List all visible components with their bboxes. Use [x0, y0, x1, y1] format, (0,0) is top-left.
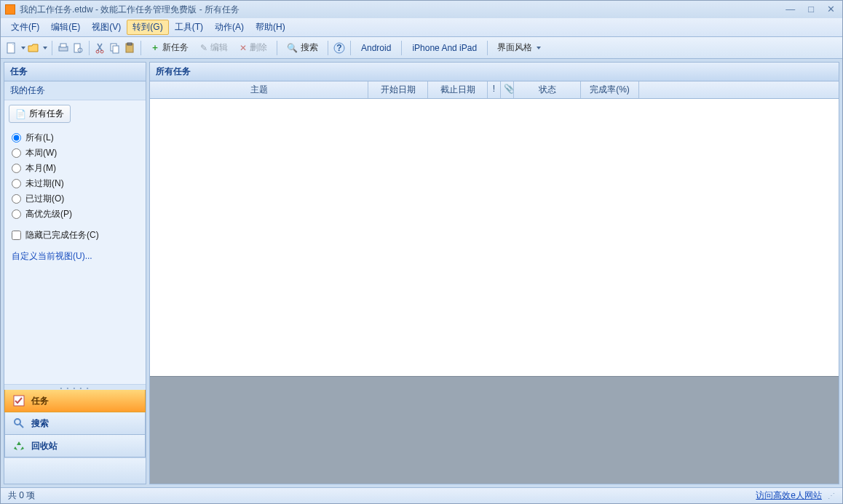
filter-notoverdue[interactable]: 未过期(N) — [12, 176, 138, 191]
svg-rect-10 — [127, 43, 132, 45]
radio-highpriority[interactable] — [12, 209, 21, 219]
iphone-link[interactable]: iPhone And iPad — [406, 41, 483, 55]
svg-rect-2 — [60, 44, 66, 47]
open-dropdown[interactable] — [43, 47, 47, 49]
menu-action[interactable]: 动作(A) — [209, 20, 250, 35]
website-link[interactable]: 访问高效e人网站 — [756, 489, 822, 502]
x-icon: ✕ — [240, 43, 247, 53]
hide-done-checkbox[interactable] — [12, 231, 21, 240]
app-window: 我的工作任务.etdw - 效能工作任务管理免费版 - 所有任务 — □ ✕ 文… — [0, 0, 843, 504]
radio-all[interactable] — [12, 133, 21, 143]
main-panel: 所有任务 主题 开始日期 截止日期 ! 📎 状态 完成率(%) — [149, 62, 839, 484]
menubar: 文件(F) 编辑(E) 视图(V) 转到(G) 工具(T) 动作(A) 帮助(H… — [1, 18, 842, 37]
col-startdate[interactable]: 开始日期 — [368, 81, 428, 98]
maximize-button[interactable]: □ — [805, 4, 817, 15]
radio-overdue[interactable] — [12, 194, 21, 204]
folder-open-icon[interactable] — [27, 41, 40, 55]
menu-file[interactable]: 文件(F) — [5, 20, 45, 35]
filter-month[interactable]: 本月(M) — [12, 161, 138, 176]
hide-done-checkbox-row[interactable]: 隐藏已完成任务(C) — [12, 228, 138, 243]
nav-recycle[interactable]: 回收站 — [4, 435, 146, 457]
statusbar: 共 0 项 访问高效e人网站 ⋰ — [1, 487, 842, 503]
filter-highpriority[interactable]: 高优先级(P) — [12, 207, 138, 222]
body: 任务 我的任务 📄 所有任务 所有(L) 本周(W) 本月(M) 未过期(N) … — [1, 59, 842, 487]
copy-icon[interactable] — [108, 41, 122, 55]
menu-help[interactable]: 帮助(H) — [250, 20, 291, 35]
radio-month[interactable] — [12, 164, 21, 173]
help-icon[interactable]: ? — [333, 41, 346, 55]
plus-icon: ＋ — [151, 41, 159, 54]
sidebar: 任务 我的任务 📄 所有任务 所有(L) 本周(W) 本月(M) 未过期(N) … — [4, 62, 146, 484]
nav-spacer — [4, 457, 146, 484]
column-headers: 主题 开始日期 截止日期 ! 📎 状态 完成率(%) — [150, 81, 839, 99]
paste-icon[interactable] — [123, 41, 136, 55]
titlebar: 我的工作任务.etdw - 效能工作任务管理免费版 - 所有任务 — □ ✕ — [1, 1, 842, 18]
svg-text:?: ? — [336, 43, 341, 53]
app-icon — [5, 4, 15, 15]
menu-view[interactable]: 视图(V) — [86, 20, 127, 35]
edit-task-button[interactable]: ✎ 编辑 — [195, 39, 233, 56]
svg-line-15 — [20, 424, 23, 428]
minimize-button[interactable]: — — [783, 4, 798, 15]
col-attachment[interactable]: 📎 — [501, 81, 514, 98]
all-tasks-button[interactable]: 📄 所有任务 — [9, 105, 71, 123]
recycle-icon — [12, 439, 25, 452]
new-task-button[interactable]: ＋ 新任务 — [146, 39, 194, 56]
splitter-grip[interactable]: • • • • • — [4, 384, 146, 390]
custom-view-link[interactable]: 自定义当前视图(U)... — [4, 246, 146, 267]
col-priority[interactable]: ! — [488, 81, 501, 98]
col-status[interactable]: 状态 — [514, 81, 581, 98]
col-duedate[interactable]: 截止日期 — [428, 81, 488, 98]
sidebar-header: 任务 — [4, 63, 146, 81]
radio-notoverdue[interactable] — [12, 179, 21, 188]
new-doc-dropdown[interactable] — [21, 47, 25, 49]
filter-all[interactable]: 所有(L) — [12, 130, 138, 145]
close-button[interactable]: ✕ — [824, 4, 838, 15]
document-icon: 📄 — [15, 109, 26, 119]
search-button[interactable]: 🔍 搜索 — [282, 39, 323, 56]
cut-icon[interactable] — [94, 41, 107, 55]
toolbar: ＋ 新任务 ✎ 编辑 ✕ 删除 🔍 搜索 ? Android iPhone An… — [1, 37, 842, 59]
chevron-down-icon — [537, 47, 541, 49]
pencil-icon: ✎ — [200, 43, 207, 53]
window-controls: — □ ✕ — [783, 4, 838, 15]
col-percent[interactable]: 完成率(%) — [581, 81, 639, 98]
new-doc-icon[interactable] — [5, 41, 18, 55]
resize-grip[interactable]: ⋰ — [828, 492, 835, 500]
theme-dropdown[interactable]: 界面风格 — [492, 39, 546, 56]
magnifier-icon — [12, 417, 25, 430]
menu-goto[interactable]: 转到(G) — [127, 20, 168, 35]
filter-overdue[interactable]: 已过期(O) — [12, 191, 138, 207]
col-subject[interactable]: 主题 — [150, 81, 368, 98]
my-tasks-label[interactable]: 我的任务 — [4, 81, 146, 100]
svg-point-14 — [15, 419, 20, 425]
main-header: 所有任务 — [150, 63, 839, 81]
print-preview-icon[interactable] — [71, 41, 84, 55]
sidebar-top: 我的任务 📄 所有任务 所有(L) 本周(W) 本月(M) 未过期(N) 已过期… — [4, 81, 146, 390]
window-title: 我的工作任务.etdw - 效能工作任务管理免费版 - 所有任务 — [20, 4, 240, 16]
search-icon: 🔍 — [287, 43, 298, 53]
delete-button[interactable]: ✕ 删除 — [234, 39, 272, 56]
grid-body[interactable] — [150, 99, 839, 376]
detail-pane — [150, 376, 839, 484]
nav-search[interactable]: 搜索 — [4, 412, 146, 435]
filter-week[interactable]: 本周(W) — [12, 145, 138, 161]
tasks-icon — [12, 394, 25, 407]
menu-edit[interactable]: 编辑(E) — [45, 20, 86, 35]
filter-group: 所有(L) 本周(W) 本月(M) 未过期(N) 已过期(O) 高优先级(P) … — [4, 127, 146, 246]
radio-week[interactable] — [12, 148, 21, 158]
status-count: 共 0 项 — [8, 489, 35, 502]
menu-tools[interactable]: 工具(T) — [169, 20, 209, 35]
print-icon[interactable] — [57, 41, 70, 55]
svg-rect-8 — [113, 46, 119, 53]
attachment-icon: 📎 — [504, 84, 514, 94]
android-link[interactable]: Android — [355, 41, 397, 55]
nav-tasks[interactable]: 任务 — [4, 390, 146, 412]
